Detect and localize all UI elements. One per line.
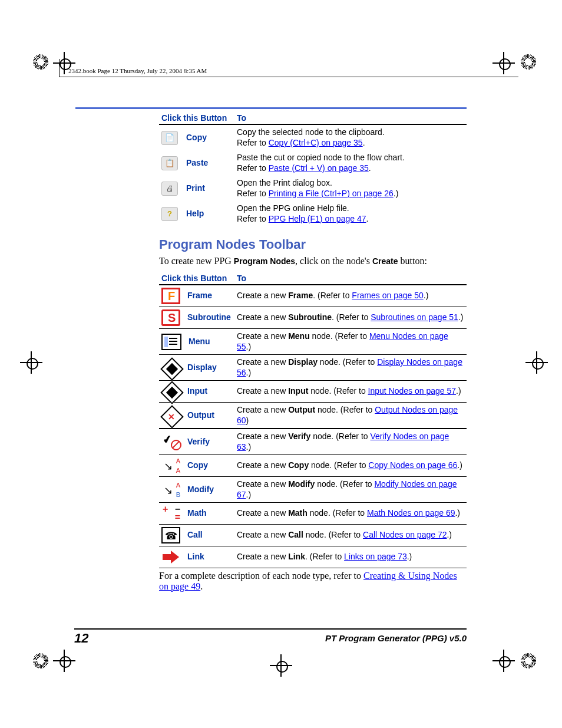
xref-link[interactable]: Copy Nodes on page 66 bbox=[368, 460, 457, 470]
desc-text: node. (Refer to bbox=[303, 530, 363, 539]
intro-bold: Create bbox=[372, 256, 398, 266]
math-icon: +−= bbox=[161, 505, 180, 522]
ref-prefix: Refer to bbox=[237, 163, 269, 173]
table-row: 📄Copy Copy the selected node to the clip… bbox=[159, 125, 467, 150]
xref-link[interactable]: Links on page 73 bbox=[344, 552, 407, 561]
desc-text: Create a new bbox=[237, 405, 288, 414]
crop-ornament bbox=[521, 653, 536, 668]
ref-prefix: Refer to bbox=[237, 214, 269, 223]
desc-text: . (Refer to bbox=[313, 291, 352, 300]
intro-text: To create new PPG bbox=[159, 256, 234, 266]
button-label: Paste bbox=[186, 158, 208, 169]
copy-node-icon: A↘A bbox=[161, 457, 180, 474]
desc-text: node. (Refer to bbox=[318, 357, 377, 367]
desc-text: .) bbox=[424, 291, 429, 300]
row-desc: Open the PPG online Help file. bbox=[237, 203, 349, 213]
desc-text: .) bbox=[455, 508, 460, 518]
desc-text: Create a new bbox=[237, 431, 288, 441]
desc-text: .) bbox=[246, 368, 252, 377]
table-row: A↘BModify Create a new Modify node. (Ref… bbox=[159, 477, 467, 502]
desc-text: Create a new bbox=[237, 331, 288, 341]
ref-suffix: .) bbox=[394, 189, 399, 198]
page-top-rule bbox=[75, 107, 467, 109]
table-row: ✔Verify Create a new Verify node. (Refer… bbox=[159, 429, 467, 454]
col-header-to: To bbox=[234, 272, 467, 284]
registration-mark-icon bbox=[58, 654, 71, 667]
link-icon bbox=[161, 549, 180, 565]
col-header-button: Click this Button bbox=[159, 112, 234, 124]
button-label: Subroutine bbox=[187, 312, 231, 323]
registration-mark-icon bbox=[25, 356, 38, 369]
subroutine-icon: S bbox=[161, 309, 180, 326]
desc-bold: Output bbox=[288, 405, 315, 414]
ref-prefix: Refer to bbox=[237, 138, 269, 147]
desc-bold: Frame bbox=[288, 291, 313, 300]
desc-text: Create a new bbox=[237, 530, 288, 539]
table-row: Link Create a new Link. (Refer to Links … bbox=[159, 546, 467, 568]
xref-link[interactable]: Call Nodes on page 72 bbox=[363, 530, 447, 539]
xref-link[interactable]: Input Nodes on page 57 bbox=[368, 386, 456, 396]
program-nodes-table: Click this Button To FFrame Create a new… bbox=[159, 272, 467, 568]
button-label: Output bbox=[187, 410, 214, 421]
xref-link[interactable]: Paste (Ctrl + V) on page 35 bbox=[269, 163, 369, 173]
button-label: Help bbox=[186, 209, 204, 219]
button-label: Menu bbox=[189, 337, 210, 347]
footer-title: PT Program Generator (PPG) v5.0 bbox=[325, 633, 467, 643]
print-icon: 🖨 bbox=[161, 182, 178, 196]
table-row: FFrame Create a new Frame. (Refer to Fra… bbox=[159, 285, 467, 307]
desc-text: .) bbox=[246, 442, 252, 452]
col-header-button: Click this Button bbox=[159, 272, 234, 284]
paste-icon: 📋 bbox=[161, 156, 178, 170]
closing-text: For a complete description of each node … bbox=[159, 571, 363, 581]
ref-suffix: . bbox=[366, 214, 368, 223]
registration-mark-icon bbox=[530, 356, 543, 369]
desc-text: .) bbox=[407, 552, 412, 561]
desc-text: node. (Refer to bbox=[308, 386, 368, 396]
desc-text: .) bbox=[456, 386, 461, 396]
xref-link[interactable]: Printing a File (Ctrl+P) on page 26 bbox=[269, 189, 394, 198]
desc-bold: Call bbox=[288, 530, 303, 539]
col-header-to: To bbox=[234, 112, 467, 124]
button-label: Math bbox=[187, 508, 207, 519]
button-label: Display bbox=[187, 363, 217, 373]
xref-link[interactable]: PPG Help (F1) on page 47 bbox=[269, 214, 366, 223]
table-row: Input Create a new Input node. (Refer to… bbox=[159, 381, 467, 402]
modify-icon: A↘B bbox=[161, 482, 180, 498]
xref-link[interactable]: Math Nodes on page 69 bbox=[367, 508, 455, 518]
button-label: Copy bbox=[187, 460, 208, 471]
desc-text: .) bbox=[457, 460, 462, 470]
intro-bold: Program Nodes bbox=[234, 256, 295, 266]
button-label: Call bbox=[187, 530, 203, 541]
header-rule bbox=[59, 77, 518, 77]
button-label: Input bbox=[187, 386, 207, 397]
row-desc: Copy the selected node to the clipboard. bbox=[237, 127, 385, 137]
desc-text: Create a new bbox=[237, 460, 288, 470]
table-row: 🖨Print Open the Print dialog box. Refer … bbox=[159, 176, 467, 201]
menu-icon bbox=[161, 334, 181, 350]
desc-text: . (Refer to bbox=[305, 552, 344, 561]
xref-link[interactable]: Copy (Ctrl+C) on page 35 bbox=[269, 138, 363, 147]
closing-paragraph: For a complete description of each node … bbox=[159, 571, 467, 592]
verify-icon: ✔ bbox=[161, 434, 180, 450]
desc-bold: Modify bbox=[288, 479, 315, 489]
button-label: Link bbox=[187, 552, 204, 562]
desc-text: . (Refer to bbox=[332, 312, 371, 322]
button-label: Modify bbox=[187, 485, 214, 495]
input-icon bbox=[161, 383, 180, 400]
desc-text: Create a new bbox=[237, 508, 288, 518]
registration-mark-icon bbox=[497, 57, 510, 70]
xref-link[interactable]: Frames on page 50 bbox=[352, 291, 423, 300]
section-intro: To create new PPG Program Nodes, click o… bbox=[159, 256, 467, 266]
desc-text: .) bbox=[246, 490, 252, 499]
page-number: 12 bbox=[74, 631, 88, 646]
table-row: ?Help Open the PPG online Help file. Ref… bbox=[159, 201, 467, 226]
desc-text: node. (Refer to bbox=[315, 405, 375, 414]
section-heading: Program Nodes Toolbar bbox=[159, 237, 467, 252]
desc-bold: Verify bbox=[288, 431, 310, 441]
table-row: ✕Output Create a new Output node. (Refer… bbox=[159, 403, 467, 428]
toolbar-actions-table: Click this Button To 📄Copy Copy the sele… bbox=[159, 112, 467, 226]
button-label: Print bbox=[186, 183, 205, 194]
crop-ornament bbox=[33, 54, 48, 70]
xref-link[interactable]: Subroutines on page 51 bbox=[371, 312, 458, 322]
crop-ornament bbox=[521, 54, 536, 70]
